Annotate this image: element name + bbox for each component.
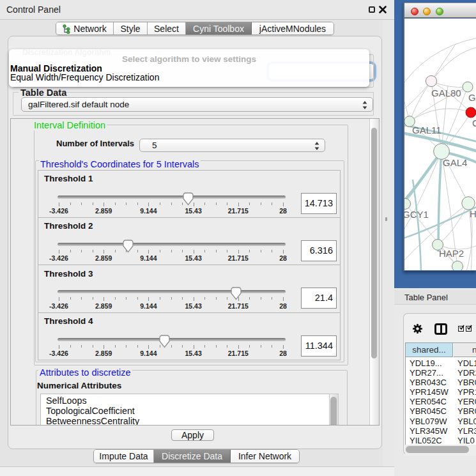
svg-text:GAL4: GAL4: [443, 157, 467, 168]
svg-text:HAP2: HAP2: [439, 248, 464, 259]
svg-text:GAL11: GAL11: [412, 125, 441, 135]
svg-text:H: H: [470, 208, 476, 219]
svg-text:C: C: [472, 118, 476, 128]
svg-text:GAL80: GAL80: [431, 88, 461, 98]
svg-text:GA: GA: [468, 92, 476, 103]
svg-text:GCY1: GCY1: [404, 209, 429, 220]
